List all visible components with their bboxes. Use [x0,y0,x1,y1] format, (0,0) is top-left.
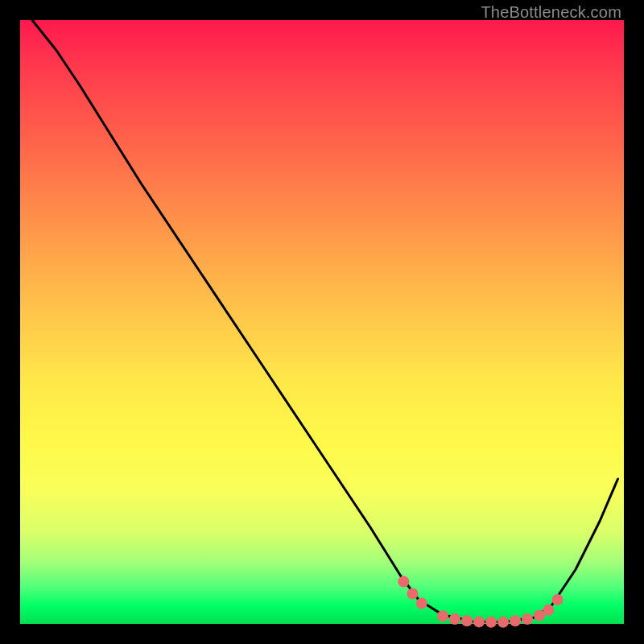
data-marker [497,617,509,628]
data-marker [552,594,564,605]
chart-area [20,20,624,624]
data-marker [437,610,448,621]
data-marker [398,576,409,588]
data-marker [461,615,473,626]
data-marker [522,613,533,625]
data-marker [473,616,485,627]
data-markers [398,576,563,628]
data-marker [543,605,554,616]
data-marker [510,615,521,626]
data-marker [485,617,497,628]
attribution-text: TheBottleneck.com [481,3,621,22]
plot-svg [20,20,624,624]
data-marker [449,613,460,625]
data-marker [416,598,427,609]
bottleneck-curve [32,20,618,622]
data-marker [407,588,419,600]
